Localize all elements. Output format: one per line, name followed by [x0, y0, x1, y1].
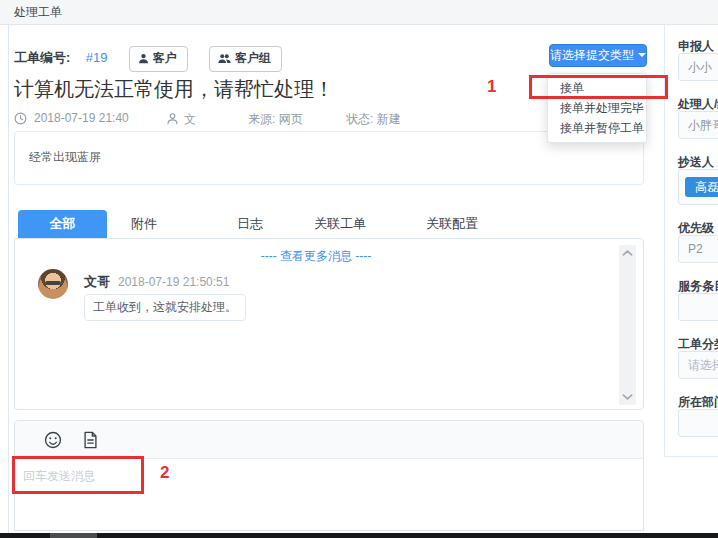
- field-priority-label: 优先级: [678, 222, 718, 235]
- message-panel: ---- 查看更多消息 ---- 文哥 2018-07-19 21:50:51 …: [14, 238, 644, 410]
- field-priority-input[interactable]: P2: [678, 235, 718, 263]
- field-reporter-label: 申报人: [678, 40, 718, 53]
- reporter-icon: [166, 112, 179, 125]
- message-time: 2018-07-19 21:50:51: [118, 275, 229, 289]
- annotation-number-step2: 2: [160, 463, 169, 483]
- tab-related-tickets[interactable]: 关联工单: [295, 210, 385, 238]
- customer-button[interactable]: 客户: [129, 46, 188, 72]
- left-divider: [8, 25, 9, 533]
- field-cc-label: 抄送人: [678, 156, 718, 169]
- bottom-edge-bar-segment: [50, 533, 97, 538]
- customer-group-button-label: 客户组: [235, 51, 271, 65]
- field-handler: 处理人/组 小胖哥: [678, 98, 718, 139]
- scroll-up-icon[interactable]: [622, 249, 633, 257]
- reply-composer: [14, 420, 644, 531]
- field-handler-input[interactable]: 小胖哥: [678, 111, 718, 139]
- cc-tag[interactable]: 高磊: [685, 177, 718, 197]
- field-ticket-category-input[interactable]: 请选择: [678, 351, 718, 379]
- source-field: 来源: 网页: [248, 111, 303, 128]
- composer-toolbar: [15, 421, 643, 459]
- bottom-edge-bar: [0, 533, 718, 538]
- customer-group-button[interactable]: 客户组: [209, 46, 282, 72]
- field-reporter-input[interactable]: 小小: [678, 53, 718, 81]
- status-label: 状态:: [346, 112, 373, 126]
- field-department-input[interactable]: [678, 409, 718, 437]
- field-service-item: 服务条目: [678, 280, 718, 321]
- caret-down-icon: [638, 53, 646, 57]
- annotation-number-step1: 1: [487, 77, 496, 97]
- customer-button-label: 客户: [153, 51, 177, 65]
- field-cc: 抄送人 高磊: [678, 156, 718, 205]
- page-title: 处理工单: [14, 5, 62, 19]
- submit-type-dropdown-label: 请选择提交类型: [550, 48, 634, 62]
- field-priority: 优先级 P2: [678, 222, 718, 263]
- tab-all[interactable]: 全部: [18, 210, 107, 238]
- ticket-detail-page: 处理工单 工单编号: #19 客户 客户组 请选择提交类型 接单 接单并处理完毕…: [0, 0, 718, 538]
- clock-icon: [14, 112, 27, 125]
- field-department: 所在部门: [678, 396, 718, 437]
- tab-logs[interactable]: 日志: [214, 210, 286, 238]
- field-ticket-category-label: 工单分类: [678, 338, 718, 351]
- message-bubble: 工单收到，这就安排处理。: [84, 294, 246, 321]
- emoji-icon[interactable]: [44, 431, 62, 449]
- field-service-item-label: 服务条目: [678, 280, 718, 293]
- submit-type-menu: 接单 接单并处理完毕 接单并暂停工单: [547, 73, 647, 143]
- reply-input[interactable]: [15, 460, 643, 530]
- status-field: 状态: 新建: [346, 111, 401, 128]
- page-header: 处理工单: [0, 0, 718, 25]
- scroll-down-icon[interactable]: [622, 393, 633, 401]
- source-value: 网页: [279, 112, 303, 126]
- field-ticket-category: 工单分类 请选择: [678, 338, 718, 379]
- attach-file-icon[interactable]: [83, 431, 98, 449]
- created-at: 2018-07-19 21:40: [34, 111, 129, 125]
- message-author: 文哥: [84, 273, 110, 291]
- menu-item-accept[interactable]: 接单: [548, 78, 646, 98]
- field-handler-label: 处理人/组: [678, 98, 718, 111]
- submit-type-dropdown-button[interactable]: 请选择提交类型: [549, 44, 647, 67]
- person-icon: [138, 53, 149, 64]
- load-more-link[interactable]: ---- 查看更多消息 ----: [15, 248, 617, 265]
- source-label: 来源:: [248, 112, 275, 126]
- field-cc-input[interactable]: 高磊: [678, 169, 718, 205]
- ticket-properties-sidebar: 申报人 小小 处理人/组 小胖哥 抄送人 高磊 优先级 P2 服务条目 工单分类…: [664, 25, 718, 457]
- ticket-number[interactable]: #19: [86, 50, 108, 65]
- ticket-number-label: 工单编号:: [14, 50, 70, 65]
- field-department-label: 所在部门: [678, 396, 718, 409]
- menu-item-accept-and-pause[interactable]: 接单并暂停工单: [548, 118, 646, 138]
- glasses-decoration: [45, 281, 61, 285]
- people-group-icon: [218, 53, 231, 64]
- avatar: [38, 269, 68, 299]
- tab-attachments[interactable]: 附件: [108, 210, 180, 238]
- tab-related-config[interactable]: 关联配置: [407, 210, 497, 238]
- field-service-item-input[interactable]: [678, 293, 718, 321]
- status-value: 新建: [377, 112, 401, 126]
- field-reporter: 申报人 小小: [678, 40, 718, 81]
- menu-item-accept-and-finish[interactable]: 接单并处理完毕: [548, 98, 646, 118]
- ticket-title: 计算机无法正常使用，请帮忙处理！: [14, 76, 334, 103]
- message-scrollbar[interactable]: [619, 245, 636, 405]
- ticket-number-row: 工单编号: #19 客户 客户组: [14, 46, 282, 70]
